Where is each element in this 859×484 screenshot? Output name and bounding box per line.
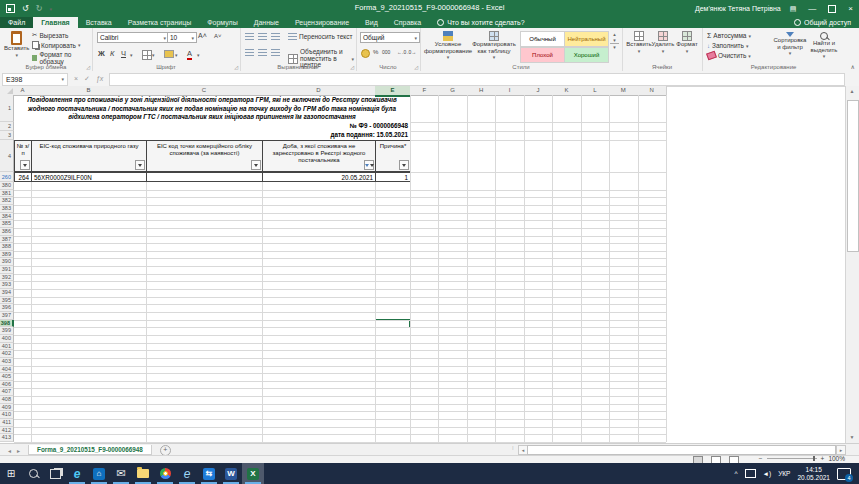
font-size-combo[interactable]: 10▾ [167, 32, 197, 43]
row-header-380[interactable]: 380 [0, 182, 14, 190]
tell-me-search[interactable]: Что вы хотите сделать? [429, 17, 532, 28]
ribbon-display-options-icon[interactable]: ▤ [790, 5, 797, 13]
grow-font-button[interactable]: A˄ [198, 32, 207, 39]
row-header-384[interactable]: 384 [0, 213, 14, 221]
zoom-slider-thumb[interactable] [813, 456, 815, 461]
row-header-390[interactable]: 390 [0, 258, 14, 266]
sheet-tab-active[interactable]: Forma_9_20210515_F9-0000066948 [28, 445, 152, 455]
tray-language[interactable]: УКР [778, 470, 790, 477]
row-header-394[interactable]: 394 [0, 289, 14, 297]
row-header-404[interactable]: 404 [0, 366, 14, 374]
sheet-title-cell[interactable]: Повідомлення про споживачів у зоні ліцен… [14, 96, 410, 122]
borders-dropdown-icon[interactable]: ▾ [152, 52, 155, 58]
row-header-396[interactable]: 396 [0, 304, 14, 312]
sheet-nav-arrows[interactable]: ◂▸ [0, 447, 28, 454]
tray-display-icon[interactable] [745, 469, 756, 478]
sort-filter-button[interactable]: Сортировка и фильтр ▾ [774, 32, 806, 57]
tab-help[interactable]: Справка [386, 17, 429, 28]
row-header-408[interactable]: 408 [0, 396, 14, 404]
row-header-403[interactable]: 403 [0, 358, 14, 366]
align-left-icon[interactable] [245, 49, 254, 56]
column-header-d[interactable]: D [262, 86, 376, 96]
collapse-ribbon-icon[interactable]: ∧ [851, 63, 855, 70]
clear-button[interactable]: Очистить▾ [707, 52, 751, 59]
row-header-412[interactable]: 412 [0, 427, 14, 435]
row-header-3[interactable]: 3 [0, 131, 14, 140]
align-top-icon[interactable] [245, 33, 254, 40]
cancel-entry-icon[interactable]: × [74, 75, 78, 83]
filter-dropdown-a[interactable] [20, 160, 30, 170]
row-header-399[interactable]: 399 [0, 327, 14, 335]
hscroll-right-icon[interactable]: ▸ [836, 445, 846, 455]
zoom-level[interactable]: 100% [828, 455, 845, 462]
cell-e260[interactable]: 1 [375, 172, 411, 182]
column-header-n[interactable]: N [638, 86, 667, 96]
row-header-387[interactable]: 387 [0, 236, 14, 244]
taskbar-excel-button[interactable]: X [242, 463, 264, 484]
column-header-h[interactable]: H [467, 86, 496, 96]
taskbar-file-explorer-button[interactable] [132, 463, 154, 484]
row-header-388[interactable]: 388 [0, 243, 14, 251]
row-header-397[interactable]: 397 [0, 312, 14, 320]
row-header-383[interactable]: 383 [0, 205, 14, 213]
minimize-button[interactable]: — [805, 0, 819, 17]
cut-button[interactable]: ✂Вырезать [32, 31, 68, 39]
align-right-icon[interactable] [271, 49, 280, 56]
wrap-text-button[interactable]: Переносить текст [288, 33, 352, 40]
autosum-button[interactable]: ΣАвтосумма▾ [707, 32, 751, 39]
shrink-font-button[interactable]: A˅ [214, 33, 222, 39]
taskbar-task-view-button[interactable] [44, 463, 66, 484]
insert-function-icon[interactable]: ƒx [96, 75, 103, 83]
cell-b260[interactable]: 56XR0000Z9ILF00N [31, 172, 147, 182]
zoom-out-icon[interactable]: − [759, 455, 763, 462]
taskbar-edge-button[interactable]: e [66, 463, 88, 484]
delete-cells-button[interactable]: Удалить ▾ [652, 31, 674, 54]
header-cell-c[interactable]: EIC код точки комерційного обліку спожив… [146, 140, 263, 172]
accounting-format-icon[interactable] [361, 49, 370, 58]
column-header-j[interactable]: J [524, 86, 553, 96]
number-format-combo[interactable]: Общий▾ [360, 32, 420, 43]
find-select-button[interactable]: Найти и выделить ▾ [808, 32, 840, 60]
taskbar-store-button[interactable]: ⌂ [88, 463, 110, 484]
taskbar-word-button[interactable]: W [220, 463, 242, 484]
filter-dropdown-e[interactable] [399, 160, 409, 170]
row-header-409[interactable]: 409 [0, 404, 14, 412]
column-header-i[interactable]: I [495, 86, 524, 96]
row-header-398[interactable]: 398 [0, 320, 14, 328]
tab-file[interactable]: Файл [0, 17, 33, 28]
zoom-in-icon[interactable]: + [821, 455, 825, 462]
tray-volume-icon[interactable]: ◄) [763, 470, 772, 477]
row-header-407[interactable]: 407 [0, 388, 14, 396]
confirm-entry-icon[interactable]: ✓ [84, 75, 90, 83]
column-header-g[interactable]: G [438, 86, 467, 96]
alignment-dialog-launcher-icon[interactable]: ◿ [350, 64, 354, 70]
tab-insert[interactable]: Вставка [78, 17, 120, 28]
clipboard-dialog-launcher-icon[interactable]: ◿ [86, 64, 90, 70]
taskbar-chrome-button[interactable] [154, 463, 176, 484]
borders-icon[interactable] [142, 50, 152, 60]
header-cell-b[interactable]: EIC-код споживача природного газу [31, 140, 147, 172]
zoom-slider[interactable] [767, 458, 817, 459]
column-header-k[interactable]: K [552, 86, 581, 96]
font-color-dropdown-icon[interactable]: ▾ [197, 52, 200, 58]
sheet-next-icon[interactable]: ▸ [17, 447, 20, 454]
user-name[interactable]: Дем'янюк Тетяна Петрівна [695, 5, 781, 12]
row-header-406[interactable]: 406 [0, 381, 14, 389]
submission-date-cell[interactable]: дата подання: 15.05.2021 [14, 131, 408, 138]
column-header-b[interactable]: B [31, 86, 147, 96]
horizontal-scroll-thumb[interactable] [527, 445, 836, 455]
style-Обычный[interactable]: Обычный [520, 31, 565, 47]
increase-decimal-icon[interactable]: ←.0 [397, 49, 406, 55]
gallery-more-icon[interactable]: ▾ [610, 43, 619, 50]
sheet-prev-icon[interactable]: ◂ [8, 447, 11, 454]
styles-gallery-scroll[interactable]: ▴ ▾ ▾ [610, 31, 619, 50]
vertical-scroll-thumb[interactable] [847, 100, 859, 252]
name-box[interactable]: E398 ▾ [2, 73, 68, 86]
column-header-e[interactable]: E [375, 86, 411, 97]
conditional-formatting-button[interactable]: Условное форматирование ▾ [426, 31, 470, 61]
align-bottom-icon[interactable] [271, 33, 280, 40]
underline-button[interactable]: Ч [121, 49, 126, 58]
row-header-1[interactable]: 1 [0, 95, 14, 122]
row-header-413[interactable]: 413 [0, 434, 14, 442]
row-header-402[interactable]: 402 [0, 350, 14, 358]
